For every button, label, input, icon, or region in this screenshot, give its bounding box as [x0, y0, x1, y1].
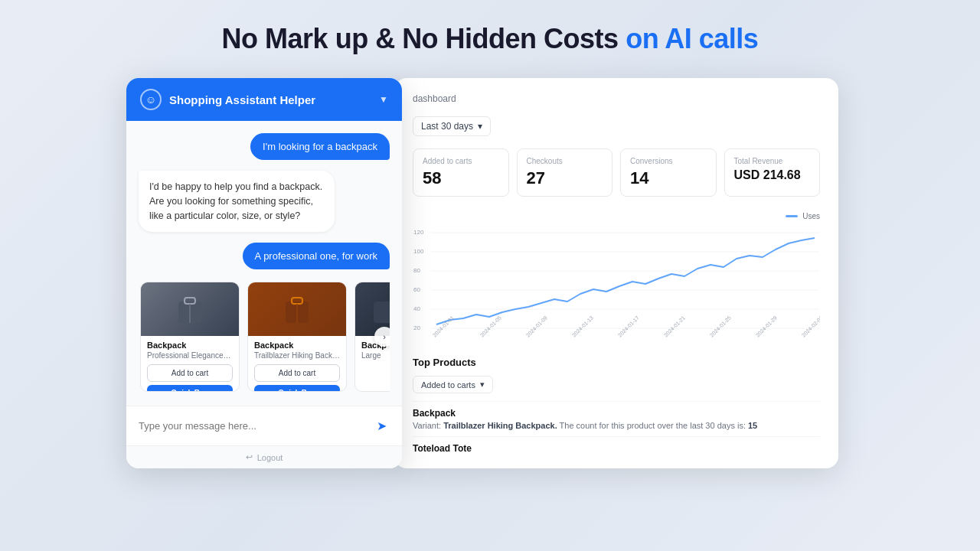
- chart-legend: Uses: [413, 212, 820, 220]
- chevron-down-icon: ▾: [478, 121, 482, 132]
- chat-messages: I'm looking for a backpack I'd be happy …: [126, 121, 402, 406]
- svg-text:2024-01-25: 2024-01-25: [709, 315, 732, 337]
- product-card-1: Backpack Professional Elegance W... Add …: [140, 282, 240, 392]
- legend-dot: [786, 215, 798, 217]
- product-name-1: Backpack: [147, 341, 233, 350]
- stat-label-2: Conversions: [630, 157, 707, 165]
- stat-checkouts: Checkouts 27: [517, 148, 613, 197]
- chat-input-area: ➤: [126, 406, 402, 445]
- product-desc-2: Trailblazer Hiking Backpa...: [254, 351, 340, 360]
- svg-text:80: 80: [413, 267, 420, 274]
- chart-container: Uses 120 100 80 60 40 20: [413, 212, 820, 344]
- quick-buy-btn-2[interactable]: Quick Buy: [254, 385, 340, 392]
- svg-text:2024-01-01: 2024-01-01: [432, 315, 455, 337]
- page-title: No Mark up & No Hidden Costs on AI calls: [222, 23, 759, 55]
- breadcrumb: dashboard: [413, 93, 820, 104]
- legend-label: Uses: [802, 212, 820, 220]
- product-name-2: Backpack: [254, 341, 340, 350]
- svg-text:2024-01-13: 2024-01-13: [571, 315, 594, 337]
- chat-footer: ↩ Logout: [126, 445, 402, 468]
- uses-chart: 120 100 80 60 40 20 2024-01-01 2024-01: [413, 227, 820, 341]
- product-info-2: Backpack Trailblazer Hiking Backpa... Ad…: [248, 336, 346, 392]
- chat-title: Shopping Assistant Helper: [169, 93, 315, 106]
- chevron-down-icon[interactable]: ▼: [379, 94, 388, 105]
- product-info-1: Backpack Professional Elegance W... Add …: [141, 336, 239, 392]
- filter-chevron-icon: ▾: [480, 380, 485, 390]
- stat-value-0: 58: [423, 168, 499, 188]
- svg-text:2024-01-29: 2024-01-29: [755, 315, 778, 337]
- date-filter-label: Last 30 days: [421, 121, 473, 132]
- svg-text:60: 60: [413, 286, 420, 293]
- logout-label[interactable]: Logout: [257, 453, 283, 462]
- stat-added-to-carts: Added to carts 58: [413, 148, 509, 197]
- product-cards-row: Backpack Professional Elegance W... Add …: [139, 280, 390, 393]
- dashboard-panel: dashboard Last 30 days ▾ Added to carts …: [394, 78, 838, 468]
- stat-value-3: USD 214.68: [734, 168, 811, 182]
- stat-label-3: Total Revenue: [734, 157, 811, 165]
- stat-value-2: 14: [630, 168, 707, 188]
- chat-header-left: ☺ Shopping Assistant Helper: [140, 89, 315, 110]
- bot-message-1: I'd be happy to help you find a backpack…: [139, 171, 335, 232]
- top-products-title: Top Products: [413, 357, 820, 368]
- main-content: ☺ Shopping Assistant Helper ▼ I'm lookin…: [126, 78, 854, 468]
- top-products-section: Top Products Added to carts ▾ Backpack V…: [413, 357, 820, 462]
- svg-text:20: 20: [413, 324, 420, 331]
- svg-text:40: 40: [413, 305, 420, 312]
- stat-value-1: 27: [527, 168, 603, 188]
- product-desc-3: Large: [361, 351, 390, 360]
- user-message-1: I'm looking for a backpack: [250, 133, 390, 160]
- user-message-2: A professional one, for work: [243, 243, 390, 269]
- svg-text:2024-01-05: 2024-01-05: [479, 315, 502, 337]
- chat-header: ☺ Shopping Assistant Helper ▼: [126, 78, 402, 121]
- svg-text:100: 100: [413, 248, 424, 255]
- chat-input[interactable]: [139, 420, 374, 432]
- add-to-cart-btn-1[interactable]: Add to cart: [147, 364, 233, 382]
- top-product-item-1: Backpack Variant: Trailblazer Hiking Bac…: [413, 401, 820, 436]
- send-button[interactable]: ➤: [374, 416, 390, 436]
- chat-panel: ☺ Shopping Assistant Helper ▼ I'm lookin…: [126, 78, 402, 468]
- product-image-1: [141, 282, 239, 336]
- product-desc-1: Professional Elegance W...: [147, 351, 233, 360]
- filter-label: Added to carts: [421, 380, 475, 390]
- top-product-desc-1: Variant: Trailblazer Hiking Backpack. Th…: [413, 421, 820, 430]
- svg-text:120: 120: [413, 229, 424, 236]
- stat-revenue: Total Revenue USD 214.68: [724, 148, 821, 197]
- stat-label-0: Added to carts: [423, 157, 499, 165]
- top-products-filter[interactable]: Added to carts ▾: [413, 376, 493, 393]
- logout-icon: ↩: [246, 452, 253, 462]
- svg-rect-6: [374, 302, 390, 323]
- svg-text:2024-01-09: 2024-01-09: [525, 315, 548, 337]
- svg-text:2024-01-21: 2024-01-21: [663, 315, 686, 337]
- bot-icon: ☺: [140, 89, 162, 110]
- top-product-item-2: Toteload Tote: [413, 436, 820, 462]
- svg-text:2024-02-02: 2024-02-02: [801, 315, 820, 337]
- top-product-name-1: Backpack: [413, 408, 820, 419]
- quick-buy-btn-1[interactable]: Quick Buy: [147, 385, 233, 392]
- stats-row: Added to carts 58 Checkouts 27 Conversio…: [413, 148, 820, 197]
- svg-text:2024-01-17: 2024-01-17: [617, 315, 640, 337]
- date-filter-dropdown[interactable]: Last 30 days ▾: [413, 116, 491, 136]
- title-main: No Mark up & No Hidden Costs: [222, 23, 619, 54]
- next-products-button[interactable]: ›: [374, 327, 390, 347]
- top-product-name-2: Toteload Tote: [413, 443, 820, 454]
- add-to-cart-btn-2[interactable]: Add to cart: [254, 364, 340, 382]
- stat-conversions: Conversions 14: [620, 148, 717, 197]
- title-highlight: on AI calls: [626, 23, 758, 54]
- product-card-2: Backpack Trailblazer Hiking Backpa... Ad…: [247, 282, 347, 392]
- product-image-2: [248, 282, 346, 336]
- stat-label-1: Checkouts: [527, 157, 603, 165]
